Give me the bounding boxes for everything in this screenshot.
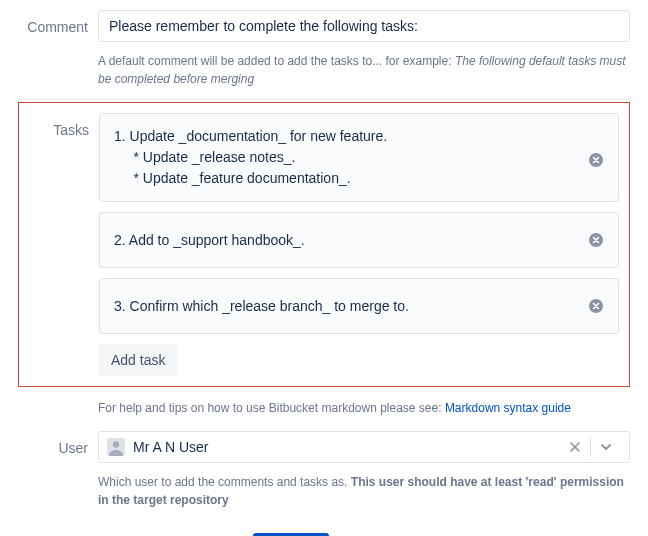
comment-label: Comment	[18, 10, 98, 42]
remove-task-icon[interactable]	[588, 232, 604, 248]
task-card[interactable]: 1. Update _documentation_ for new featur…	[99, 113, 619, 202]
task-card[interactable]: 2. Add to _support handbook_.	[99, 212, 619, 268]
user-name: Mr A N User	[133, 439, 560, 455]
task-text: 1. Update _documentation_ for new featur…	[114, 126, 578, 189]
remove-task-icon[interactable]	[588, 152, 604, 168]
tasks-help-prefix: For help and tips on how to use Bitbucke…	[98, 401, 445, 415]
comment-help: A default comment will be added to add t…	[98, 52, 630, 88]
clear-user-icon[interactable]	[560, 438, 590, 456]
comment-input[interactable]	[98, 10, 630, 42]
remove-task-icon[interactable]	[588, 298, 604, 314]
tasks-help: For help and tips on how to use Bitbucke…	[98, 399, 630, 417]
user-select[interactable]: Mr A N User	[98, 431, 630, 463]
avatar	[107, 438, 125, 456]
task-card[interactable]: 3. Confirm which _release branch_ to mer…	[99, 278, 619, 334]
chevron-down-icon[interactable]	[591, 438, 621, 456]
user-label: User	[18, 431, 98, 463]
task-text: 2. Add to _support handbook_.	[114, 230, 578, 251]
tasks-highlight: Tasks 1. Update _documentation_ for new …	[18, 102, 630, 387]
user-help-prefix: Which user to add the comments and tasks…	[98, 475, 351, 489]
add-task-button[interactable]: Add task	[99, 344, 177, 376]
user-help: Which user to add the comments and tasks…	[98, 473, 630, 509]
tasks-label: Tasks	[19, 113, 99, 376]
markdown-guide-link[interactable]: Markdown syntax guide	[445, 401, 571, 415]
svg-point-3	[113, 441, 119, 447]
comment-help-prefix: A default comment will be added to add t…	[98, 54, 455, 68]
task-text: 3. Confirm which _release branch_ to mer…	[114, 296, 578, 317]
